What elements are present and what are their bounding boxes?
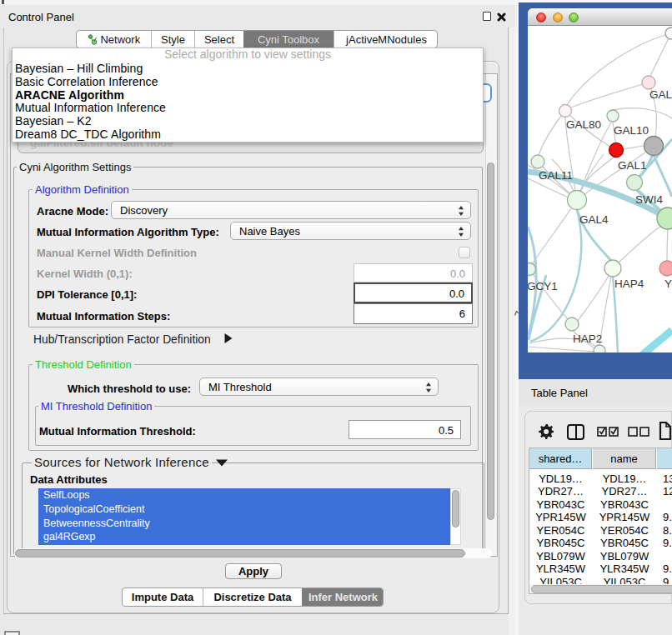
svg-text:SWI4: SWI4 xyxy=(635,193,663,206)
svg-text:Y: Y xyxy=(664,278,672,290)
svg-text:GAL1: GAL1 xyxy=(618,159,647,172)
svg-text:GAL4: GAL4 xyxy=(579,213,609,226)
svg-text:HAP2: HAP2 xyxy=(573,332,602,345)
svg-text:GAL80: GAL80 xyxy=(566,118,601,131)
svg-text:GAL11: GAL11 xyxy=(539,169,573,182)
svg-text:HAP4: HAP4 xyxy=(614,278,644,290)
svg-text:GAL2: GAL2 xyxy=(649,88,672,101)
svg-text:GCY1: GCY1 xyxy=(528,280,558,292)
svg-text:GAL10: GAL10 xyxy=(614,124,649,137)
